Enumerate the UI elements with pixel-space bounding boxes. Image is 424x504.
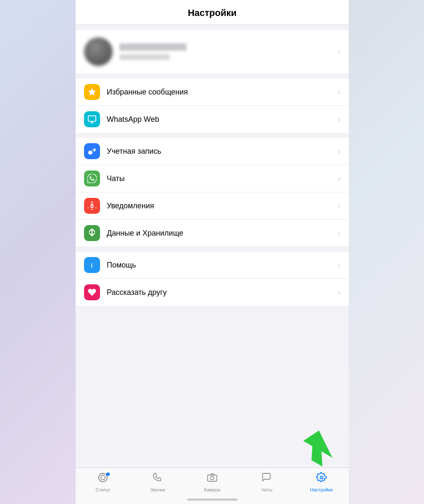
svg-point-13: [103, 473, 104, 475]
section-gap-2: [76, 133, 349, 138]
svg-rect-0: [88, 116, 96, 121]
menu-item-help[interactable]: i Помощь ›: [76, 252, 349, 279]
storage-label: Данные и Хранилище: [107, 229, 338, 238]
chats-chevron: ›: [338, 174, 340, 183]
tab-status[interactable]: Статус: [90, 472, 116, 492]
info-icon: i: [87, 260, 97, 270]
background-decoration: [0, 0, 76, 504]
account-label: Учетная запись: [107, 147, 338, 156]
invite-chevron: ›: [338, 288, 340, 297]
notifications-icon-wrap: [84, 198, 100, 214]
notifications-label: Уведомления: [107, 202, 338, 210]
chats-icon-wrap: [84, 171, 100, 186]
settings-tab-label: Настройки: [310, 487, 333, 492]
title-bar: Настройки: [76, 0, 349, 25]
section-2: Учетная запись › Чаты ›: [76, 138, 349, 247]
tab-settings[interactable]: Настройки: [308, 472, 335, 492]
help-chevron: ›: [338, 261, 340, 270]
storage-icon-wrap: [84, 225, 100, 241]
screen-container: Настройки › Избранн: [76, 0, 349, 504]
chats-label: Чаты: [107, 174, 338, 183]
section-gap-3: [76, 247, 349, 252]
camera-tab-icon: [207, 472, 218, 486]
green-arrow: [303, 427, 345, 469]
chats-tab-label: Чаты: [261, 487, 272, 492]
svg-text:i: i: [91, 262, 92, 269]
starred-chevron: ›: [338, 88, 340, 97]
tab-chats[interactable]: Чаты: [253, 472, 280, 492]
menu-item-chats[interactable]: Чаты ›: [76, 165, 349, 192]
menu-item-account[interactable]: Учетная запись ›: [76, 138, 349, 165]
chats-tab-icon: [261, 472, 272, 486]
avatar: [84, 37, 113, 66]
svg-point-12: [101, 475, 105, 480]
svg-point-11: [99, 473, 107, 482]
help-label: Помощь: [107, 261, 338, 270]
menu-item-starred[interactable]: Избранные сообщения ›: [76, 79, 349, 106]
status-dot: [106, 472, 110, 476]
tab-camera[interactable]: Камера: [199, 472, 226, 492]
data-icon: [87, 228, 97, 238]
profile-section[interactable]: ›: [76, 30, 349, 74]
bell-icon: [87, 201, 97, 210]
invite-label: Рассказать другу: [107, 288, 338, 297]
menu-item-whatsapp-web[interactable]: WhatsApp Web ›: [76, 106, 349, 133]
calls-tab-label: Звонки: [150, 487, 165, 492]
whatsapp-web-label: WhatsApp Web: [107, 115, 338, 124]
profile-chevron: ›: [338, 47, 340, 56]
section-gap-1: [76, 74, 349, 79]
star-icon: [87, 87, 97, 97]
account-icon-wrap: [84, 143, 100, 159]
status-tab-label: Статус: [96, 487, 111, 492]
monitor-icon: [87, 115, 97, 124]
notifications-chevron: ›: [338, 202, 340, 210]
invite-icon-wrap: [84, 284, 100, 300]
starred-icon-wrap: [84, 84, 100, 100]
storage-chevron: ›: [338, 229, 340, 238]
svg-point-15: [211, 477, 214, 480]
menu-item-storage[interactable]: Данные и Хранилище ›: [76, 220, 349, 247]
whatsapp-web-icon-wrap: [84, 111, 100, 127]
menu-item-notifications[interactable]: Уведомления ›: [76, 192, 349, 220]
calls-icon-svg: [152, 472, 163, 483]
tab-calls[interactable]: Звонки: [144, 472, 171, 492]
help-icon-wrap: i: [84, 257, 100, 273]
profile-phone: [119, 54, 170, 60]
settings-tab-icon: [316, 472, 327, 486]
whatsapp-chat-icon: [87, 174, 97, 183]
starred-label: Избранные сообщения: [107, 88, 338, 97]
calls-tab-icon: [152, 472, 163, 486]
heart-icon: [87, 288, 97, 297]
section-gap-4: [76, 306, 349, 311]
profile-name: [119, 43, 187, 51]
page-title: Настройки: [84, 8, 340, 18]
home-indicator: [187, 499, 237, 501]
section-3: i Помощь › Рассказать другу ›: [76, 252, 349, 306]
profile-info: [119, 43, 331, 60]
chats-icon-svg: [261, 472, 272, 483]
camera-tab-label: Камера: [204, 487, 220, 492]
svg-point-16: [320, 476, 323, 479]
svg-rect-14: [208, 475, 217, 481]
status-tab-icon: [97, 472, 108, 486]
camera-icon-svg: [207, 472, 218, 483]
svg-marker-10: [303, 427, 341, 469]
account-chevron: ›: [338, 147, 340, 156]
whatsapp-web-chevron: ›: [338, 115, 340, 124]
key-icon: [87, 147, 97, 156]
settings-icon-svg: [316, 472, 327, 483]
menu-item-invite[interactable]: Рассказать другу ›: [76, 279, 349, 306]
section-1: Избранные сообщения › WhatsApp Web ›: [76, 79, 349, 133]
arrow-container: [303, 427, 345, 470]
